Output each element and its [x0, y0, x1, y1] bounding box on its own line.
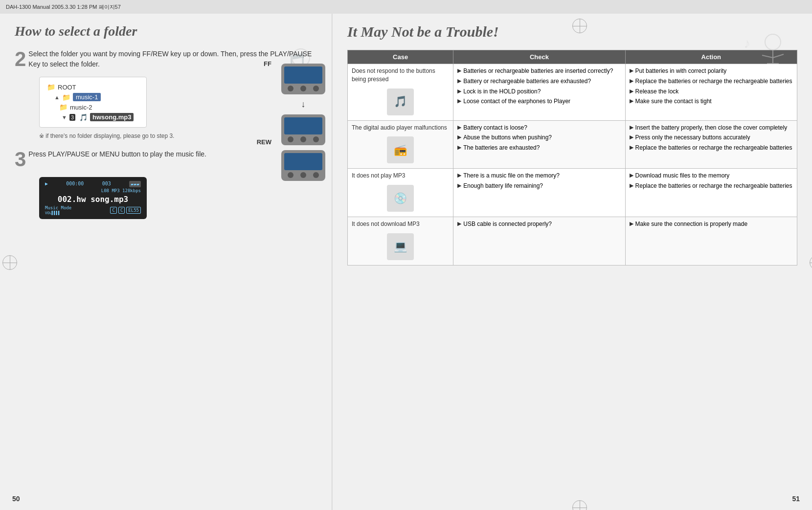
ff-label: FF	[264, 60, 271, 67]
left-page-title: How to select a folder	[15, 23, 318, 39]
display-mockup: ▶ 000:00 003 ▰▰▰ L08 MP3 128kbps 002.hw …	[39, 177, 147, 219]
case-cell-1: The digital audio player malfunctions📻	[348, 120, 453, 169]
bullet-arrow: ▶	[457, 220, 461, 227]
page-num-left: 50	[12, 495, 20, 503]
check-item-3-0: ▶USB cable is connected properly?	[457, 220, 621, 228]
table-header-check: Check	[453, 50, 625, 64]
display-bottom-row: Music ModeVOL▌▌▌▌ C C EL55	[45, 205, 141, 215]
bullet-arrow: ▶	[457, 124, 461, 131]
table-row: It does not play MP3💿▶There is a music f…	[348, 169, 797, 217]
case-illustration-2: 💿	[387, 185, 414, 212]
device-btn-6	[313, 136, 319, 142]
check-item-1-0: ▶Battery contact is loose?	[457, 124, 621, 132]
table-header-case: Case	[348, 50, 453, 64]
action-item-1-0: ▶Insert the battery properly, then close…	[630, 124, 793, 132]
check-text: Batteries or rechargeable batteries are …	[463, 67, 613, 75]
action-text: Replace the batteries or recharge the re…	[635, 144, 792, 152]
display-time: 000:00	[66, 181, 84, 187]
bullet-arrow: ▶	[630, 172, 633, 179]
case-text-0: Does not respond to the buttons being pr…	[352, 67, 449, 84]
bullet-arrow: ▶	[630, 124, 633, 131]
case-illustration-0: 🎵	[387, 89, 414, 115]
trouble-table: Case Check Action Does not respond to th…	[347, 50, 797, 266]
check-text: Battery contact is loose?	[463, 124, 527, 132]
check-item-2-0: ▶There is a music file on the memory?	[457, 172, 621, 180]
action-text: Replace the batteries or recharge the re…	[635, 77, 792, 86]
display-bar: ▰▰▰	[129, 181, 141, 187]
folder-row-root: 📁 ROOT	[47, 82, 139, 92]
check-text: USB cable is connected properly?	[463, 220, 552, 228]
case-text-2: It does not play MP3	[352, 172, 405, 180]
action-text: Press only the necessary buttons accurat…	[635, 133, 750, 142]
action-text: Download music files to the memory	[635, 172, 730, 180]
mp3-badge: 3	[69, 114, 75, 121]
device-btns-rew	[284, 136, 322, 142]
action-text: Replace the batteries or recharge the re…	[635, 182, 792, 190]
action-item-1-2: ▶Replace the batteries or recharge the r…	[630, 144, 793, 152]
step3-text-block: 3 Press PLAY/PAUSE or MENU button to pla…	[15, 149, 318, 170]
device-btn-8	[300, 172, 306, 178]
bullet-arrow: ▶	[630, 97, 633, 105]
svg-line-8	[773, 54, 784, 58]
check-text: There is a music file on the memory?	[463, 172, 560, 180]
step2-note: ※ if there's no folder displaying, pleas…	[39, 133, 318, 139]
bullet-arrow: ▶	[457, 133, 461, 141]
action-text: Make sure the contact is tight	[635, 97, 712, 106]
action-cell-1: ▶Insert the battery properly, then close…	[625, 120, 797, 169]
check-text: Lock is in the HOLD position?	[463, 88, 541, 96]
check-item-1-1: ▶Abuse the buttons when pushing?	[457, 133, 621, 142]
display-controls: C C EL55	[110, 205, 141, 215]
bullet-arrow: ▶	[457, 88, 461, 95]
device-screen-ff	[284, 67, 322, 84]
device-body-3	[281, 150, 325, 181]
display-track: 003	[102, 181, 111, 187]
action-item-2-0: ▶Download music files to the memory	[630, 172, 793, 180]
folder-tree: 📁 ROOT ▲ 📁 music-1 📁 music-2 ▼ 3 🎵 hwson…	[39, 77, 147, 128]
action-text: Release the lock	[635, 88, 679, 96]
right-page: ♪ It May Not be a Trouble! Case Check Ac…	[333, 14, 812, 510]
device-btn-2	[300, 86, 306, 91]
case-text-1: The digital audio player malfunctions	[352, 124, 447, 132]
page-num-right: 51	[792, 495, 800, 503]
step2-container: 2 Select the folder you want by moving F…	[15, 49, 318, 69]
device-btn-3	[313, 86, 319, 91]
music1-folder-icon: 📁	[62, 93, 70, 101]
folder-music1-label: music-1	[73, 93, 101, 101]
step3-num: 3	[15, 149, 26, 170]
rew-label: REW	[257, 138, 271, 146]
check-cell-0: ▶Batteries or rechargeable batteries are…	[453, 64, 625, 121]
check-cell-2: ▶There is a music file on the memory?▶En…	[453, 169, 625, 217]
bullet-arrow: ▶	[630, 220, 633, 227]
table-row: It does not download MP3💻▶USB cable is c…	[348, 217, 797, 266]
header-text: DAH-1300 Manual 2005.3.30 1:28 PM 페이지57	[6, 3, 121, 11]
folder-row-music1: ▲ 📁 music-1	[47, 92, 139, 102]
device-btns-ff	[284, 86, 322, 91]
device-btn-1	[288, 86, 293, 91]
folder-arrow-2: ▼	[62, 114, 67, 120]
music2-folder-icon: 📁	[59, 103, 68, 111]
table-row: The digital audio player malfunctions📻▶B…	[348, 120, 797, 169]
action-text: Insert the battery properly, then close …	[635, 124, 788, 132]
device-body-rew	[281, 114, 325, 145]
check-text: Abuse the buttons when pushing?	[463, 133, 552, 142]
display-eq: EL55	[126, 207, 141, 214]
case-text-3: It does not download MP3	[352, 220, 420, 228]
bullet-arrow: ▶	[630, 67, 633, 74]
action-item-2-1: ▶Replace the batteries or recharge the r…	[630, 182, 793, 190]
device-btn-7	[288, 172, 293, 178]
bullet-arrow: ▶	[457, 182, 461, 189]
check-text: Battery or rechargeable batteries are ex…	[463, 77, 591, 86]
check-item-1-2: ▶The batteries are exhausted?	[457, 144, 621, 152]
bullet-arrow: ▶	[630, 133, 633, 141]
action-text: Put batteries in with correct polarity	[635, 67, 727, 75]
step2-num: 2	[15, 49, 26, 69]
step3-text: Press PLAY/PAUSE or MENU button to play …	[28, 150, 206, 158]
bullet-arrow: ▶	[457, 144, 461, 151]
left-page: 🎵 How to select a folder 2 Select the fo…	[0, 14, 333, 510]
display-meta: L08 MP3 128kbps	[45, 188, 141, 193]
bullet-arrow: ▶	[630, 88, 633, 95]
case-cell-0: Does not respond to the buttons being pr…	[348, 64, 453, 121]
display-song: 002.hw song.mp3	[45, 195, 141, 204]
check-item-2-1: ▶Enough battery life remaining?	[457, 182, 621, 190]
bullet-arrow: ▶	[457, 67, 461, 74]
